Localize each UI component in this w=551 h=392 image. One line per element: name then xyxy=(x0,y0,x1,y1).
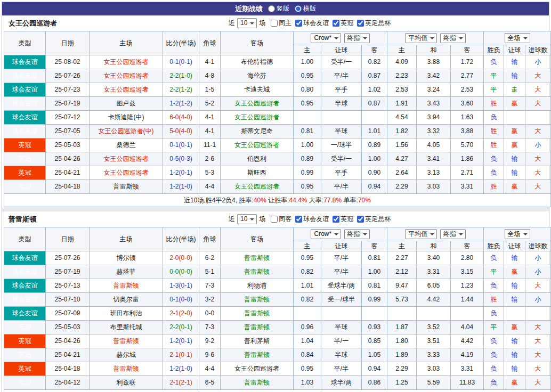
score-link[interactable]: 1-2(0-1) xyxy=(163,166,199,180)
score-link[interactable]: 1-2(1-2) xyxy=(163,97,199,111)
score-link[interactable]: 2-2(1-0) xyxy=(163,69,199,83)
score-link[interactable]: 2-1(0-1) xyxy=(163,348,199,362)
away-team-link[interactable]: 女王公园巡游者 xyxy=(221,362,294,376)
score-link[interactable]: 6-0(4-0) xyxy=(163,111,199,125)
filter-英足总杯[interactable]: 英足总杯 xyxy=(357,215,391,224)
filter-英冠[interactable]: 英冠 xyxy=(333,215,353,224)
home-team-link[interactable]: 桑德兰 xyxy=(90,138,163,152)
away-team-link[interactable]: 布伦特福德 xyxy=(221,55,294,69)
filter-checkbox[interactable] xyxy=(333,20,339,27)
col-score: 比分(半场) xyxy=(163,31,199,55)
filter-同主[interactable]: 同主 xyxy=(271,19,291,28)
match-count-select[interactable]: 10 xyxy=(237,214,257,224)
home-team-link[interactable]: 赫尔城 xyxy=(90,348,163,362)
away-team-link[interactable]: 利物浦 xyxy=(221,279,294,293)
odds-company-select[interactable]: Crow* xyxy=(311,33,341,43)
home-team-link[interactable]: 卡斯迪隆(中) xyxy=(90,111,163,125)
filter-checkbox[interactable] xyxy=(295,20,302,27)
score-link[interactable]: 0-1(0-1) xyxy=(163,55,199,69)
home-team-link[interactable]: 普雷斯顿 xyxy=(90,279,163,293)
score-link[interactable]: 2-1(2-0) xyxy=(163,307,199,321)
avg-away-odds: 2.80 xyxy=(451,251,484,265)
score-link[interactable]: 2-0(0-0) xyxy=(163,251,199,265)
away-team-link[interactable]: 卡迪夫城 xyxy=(221,83,294,97)
home-team-link[interactable]: 普雷斯顿 xyxy=(90,334,163,348)
score-link[interactable]: 0-5(0-3) xyxy=(163,152,199,166)
home-team-link[interactable]: 女王公园巡游者(中) xyxy=(90,125,163,138)
away-team-link[interactable]: 斯蒂文尼奇 xyxy=(221,125,294,138)
score-link[interactable]: 1-3(0-1) xyxy=(163,279,199,293)
match-row: 英冠25-04-21女王公园巡游者1-2(0-1)5-3斯旺西0.99平手0.9… xyxy=(4,166,551,180)
result-outcome: 胜 xyxy=(484,293,504,307)
filter-checkbox[interactable] xyxy=(295,216,302,223)
home-team-link[interactable]: 赫塔菲 xyxy=(90,265,163,279)
away-team-link[interactable]: 普雷斯顿 xyxy=(221,293,294,307)
away-team-link[interactable]: 普利茅斯 xyxy=(221,334,294,348)
vertical-radio[interactable] xyxy=(268,5,275,12)
score-link[interactable]: 2-2(0-1) xyxy=(163,321,199,334)
home-team-link[interactable]: 普雷斯顿 xyxy=(90,362,163,376)
score-link[interactable]: 5-0(4-0) xyxy=(163,125,199,138)
home-team-link[interactable]: 女王公园巡游者 xyxy=(90,166,163,180)
home-team-link[interactable]: 利兹联 xyxy=(90,376,163,390)
away-team-link[interactable]: 普雷斯顿 xyxy=(221,251,294,265)
result-outcome: 胜 xyxy=(484,180,504,194)
match-count-select[interactable]: 10 xyxy=(237,18,257,28)
scope-select[interactable]: 全场 xyxy=(505,229,530,239)
home-team-link[interactable]: 女王公园巡游者 xyxy=(90,69,163,83)
odds-company-select[interactable]: Crow* xyxy=(311,229,341,239)
score-link[interactable]: 1-2(0-1) xyxy=(163,334,199,348)
filter-checkbox[interactable] xyxy=(357,20,364,27)
filter-checkbox[interactable] xyxy=(271,216,278,223)
horizontal-radio[interactable] xyxy=(295,5,302,12)
filter-checkbox[interactable] xyxy=(271,20,278,27)
away-team-link[interactable]: 女王公园巡游者 xyxy=(221,138,294,152)
home-team-link[interactable]: 博尔顿 xyxy=(90,251,163,265)
away-team-link[interactable]: 海伦芬 xyxy=(221,69,294,83)
avg-select[interactable]: 平均值 xyxy=(405,33,437,43)
scope-select[interactable]: 全场 xyxy=(505,33,530,43)
home-team-link[interactable]: 切奥尔雷 xyxy=(90,293,163,307)
away-team-link[interactable]: 普雷斯顿 xyxy=(221,376,294,390)
score-link[interactable]: 2-2(1-2) xyxy=(163,83,199,97)
away-team-link[interactable]: 女王公园巡游者 xyxy=(221,180,294,194)
score-link[interactable]: 1-2(1-0) xyxy=(163,362,199,376)
match-type-badge: 球会友谊 xyxy=(4,97,46,111)
filter-球会友谊[interactable]: 球会友谊 xyxy=(295,19,329,28)
home-team-link[interactable]: 普雷斯顿 xyxy=(90,180,163,194)
score-link[interactable]: 1-2(1-0) xyxy=(163,180,199,194)
home-team-link[interactable]: 女王公园巡游者 xyxy=(90,83,163,97)
avg-select[interactable]: 平均值 xyxy=(405,229,437,239)
odds-final-select[interactable]: 终指 xyxy=(344,33,370,43)
odds-final-select[interactable]: 终指 xyxy=(344,229,370,239)
layout-radio-vertical[interactable]: 竖版 xyxy=(268,4,289,13)
home-team-link[interactable]: 女王公园巡游者 xyxy=(90,55,163,69)
away-team-link[interactable]: 女王公园巡游者 xyxy=(221,97,294,111)
home-team-link[interactable]: 女王公园巡游者 xyxy=(90,152,163,166)
away-team-link[interactable]: 普雷斯顿 xyxy=(221,265,294,279)
avg-away-odds: 1.63 xyxy=(451,111,484,125)
filter-checkbox[interactable] xyxy=(357,216,364,223)
avg-final-select[interactable]: 终指 xyxy=(440,229,466,239)
home-team-link[interactable]: 班田布利治 xyxy=(90,307,163,321)
filter-checkbox[interactable] xyxy=(333,216,339,223)
away-team-link[interactable]: 普雷斯顿 xyxy=(221,348,294,362)
filter-球会友谊[interactable]: 球会友谊 xyxy=(295,215,329,224)
away-team-link[interactable]: 斯旺西 xyxy=(221,166,294,180)
layout-radio-horizontal[interactable]: 横版 xyxy=(295,4,316,13)
score-link[interactable]: 0-1(0-1) xyxy=(163,138,199,152)
col-odds-handicap: 让球 xyxy=(321,241,362,251)
avg-final-select[interactable]: 终指 xyxy=(440,33,466,43)
filter-英冠[interactable]: 英冠 xyxy=(333,19,353,28)
away-team-link[interactable]: 普雷斯顿 xyxy=(221,307,294,321)
score-link[interactable]: 0-0(0-0) xyxy=(163,265,199,279)
score-link[interactable]: 0-1(0-0) xyxy=(163,293,199,307)
filter-英足总杯[interactable]: 英足总杯 xyxy=(357,19,391,28)
filter-同客[interactable]: 同客 xyxy=(271,215,291,224)
away-team-link[interactable]: 伯恩利 xyxy=(221,152,294,166)
home-team-link[interactable]: 图卢兹 xyxy=(90,97,163,111)
away-team-link[interactable]: 普雷斯顿 xyxy=(221,321,294,334)
home-team-link[interactable]: 布里斯托城 xyxy=(90,321,163,334)
away-team-link[interactable]: 女王公园巡游者 xyxy=(221,111,294,125)
score-link[interactable]: 2-1(2-1) xyxy=(163,376,199,390)
